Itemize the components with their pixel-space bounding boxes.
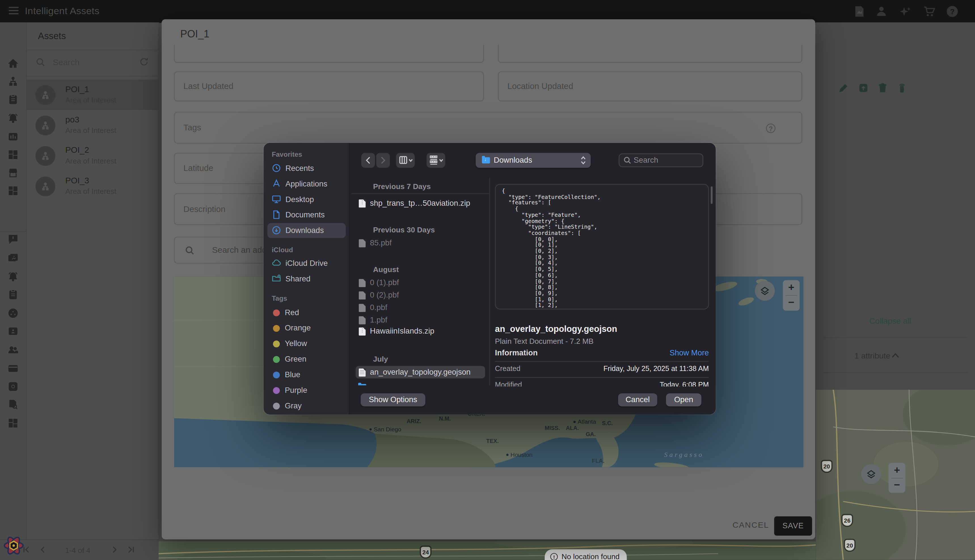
refresh-icon[interactable] [139, 57, 149, 67]
asset-item-poi1[interactable]: POI_1 Area of Interest [27, 80, 159, 110]
asset-item-po3[interactable]: po3 Area of Interest [27, 110, 159, 140]
hierarchy-icon[interactable] [8, 77, 18, 87]
route-shield: 20 [821, 460, 833, 473]
widgets-icon[interactable] [8, 186, 18, 196]
dialog-search-placeholder: Search [634, 156, 658, 165]
route-shield: 26 [841, 514, 853, 527]
home-icon[interactable] [8, 58, 18, 68]
prev-page-icon[interactable] [38, 545, 47, 554]
location-updated-field[interactable]: Location Updated [498, 72, 802, 101]
tag-green[interactable]: Green [267, 352, 346, 367]
sidebar-item-icloud-drive[interactable]: iCloud Drive [267, 256, 346, 271]
zoom-out-button[interactable]: − [783, 296, 800, 311]
tags-field[interactable]: Tags ? [174, 112, 802, 144]
map-file-icon[interactable] [853, 6, 865, 18]
next-page-icon[interactable] [110, 545, 119, 554]
tag-blue[interactable]: Blue [267, 367, 346, 382]
sidebar-item-applications[interactable]: Applications [267, 177, 346, 192]
zoom-out-button[interactable]: − [888, 478, 905, 493]
tag-orange[interactable]: Orange [267, 320, 346, 335]
sidebar-item-downloads[interactable]: Downloads [267, 223, 346, 238]
alarm-bell-icon[interactable] [8, 113, 18, 123]
cart-icon[interactable] [923, 6, 935, 18]
chevron-up-icon[interactable] [892, 352, 899, 358]
tag-purple[interactable]: Purple [267, 383, 346, 398]
collapse-all-link[interactable]: Collapse all [869, 316, 911, 326]
dialog-search-field[interactable]: Search [619, 153, 703, 167]
archive-upload-icon[interactable] [859, 83, 868, 93]
last-page-icon[interactable] [127, 545, 135, 554]
favorites-label: Favorites [272, 150, 302, 158]
preview-scrollbar[interactable] [711, 187, 713, 204]
file-row-geojson-selected[interactable]: an_overlay_topology.geojson [356, 366, 485, 378]
sidebar-item-documents[interactable]: Documents [267, 207, 346, 222]
zoom-in-button[interactable]: + [783, 280, 800, 295]
tag-gray[interactable]: Gray [267, 398, 346, 413]
assets-panel: Assets Search POI_1 Area of Interest po3… [27, 22, 159, 539]
dashboard-icon[interactable] [8, 150, 18, 160]
sparkle-icon[interactable] [898, 6, 912, 18]
user-icon[interactable] [875, 6, 887, 18]
notifications-icon[interactable] [8, 272, 18, 282]
clipboard-icon[interactable] [8, 94, 18, 104]
feedback-icon[interactable] [8, 234, 18, 244]
modified-value: Today, 6:08 PM [659, 381, 709, 387]
asset-item-poi3[interactable]: POI_3 Area of Interest [27, 171, 159, 201]
map-label: FLA. [592, 458, 604, 464]
save-button[interactable]: SAVE [774, 517, 812, 536]
zoom-in-button[interactable]: + [888, 463, 905, 478]
show-options-button[interactable]: Show Options [361, 393, 426, 407]
asset-name: po3 [65, 115, 79, 124]
audit-log-icon[interactable] [8, 400, 18, 410]
layers-button[interactable] [755, 281, 775, 301]
last-updated-field[interactable]: Last Updated [174, 72, 484, 101]
right-map[interactable]: 20 26 20 +− [816, 390, 975, 560]
map-layers-icon[interactable] [8, 253, 18, 263]
column-view-button[interactable] [396, 153, 415, 168]
folder-icon [482, 157, 490, 163]
sensor-icon[interactable] [897, 83, 907, 93]
settings-icon[interactable] [8, 382, 18, 392]
menu-icon[interactable] [9, 7, 19, 15]
billing-icon[interactable] [8, 363, 18, 373]
assets-search[interactable]: Search [27, 50, 159, 76]
file-row-hawaii-zip[interactable]: HawaiinIslands.zip [356, 325, 485, 338]
chart-icon[interactable] [8, 132, 18, 142]
bottom-map-strip[interactable]: 24 [159, 541, 816, 560]
file-row-0-pbf: 0.pbf [356, 301, 485, 314]
cancel-button[interactable]: CANCEL [733, 520, 769, 529]
show-more-link[interactable]: Show More [669, 348, 709, 357]
sidebar-item-desktop[interactable]: Desktop [267, 192, 346, 207]
file-icon [359, 239, 366, 247]
group-view-button[interactable] [427, 153, 445, 168]
dialog-open-button[interactable]: Open [666, 393, 701, 407]
forward-button[interactable] [376, 153, 390, 168]
store-icon[interactable] [8, 168, 18, 178]
asset-item-poi2[interactable]: POI_2 Area of Interest [27, 140, 159, 171]
apps-icon[interactable] [8, 418, 18, 428]
contact-card-icon[interactable] [8, 326, 18, 336]
tags-help-icon[interactable]: ? [766, 123, 775, 133]
layers-button[interactable] [861, 464, 881, 484]
location-dropdown[interactable]: Downloads [476, 153, 591, 168]
app-title: Intelligent Assets [25, 6, 100, 17]
delete-icon[interactable] [878, 83, 887, 93]
tag-red[interactable]: Red [267, 305, 346, 320]
dialog-cancel-button[interactable]: Cancel [618, 393, 657, 407]
edit-icon[interactable] [839, 83, 848, 93]
file-row-aviation-zip[interactable]: shp_trans_tp…50aviation.zip [356, 197, 485, 210]
tasks-icon[interactable] [8, 290, 18, 300]
back-button[interactable] [361, 153, 375, 168]
tag-yellow[interactable]: Yellow [267, 336, 346, 351]
zoom-control[interactable]: +− [783, 280, 800, 311]
sidebar-item-recents[interactable]: Recents [267, 161, 346, 176]
zoom-control[interactable]: +− [888, 463, 905, 493]
desktop-icon [272, 194, 281, 204]
people-icon[interactable] [8, 345, 18, 355]
downloads-icon [272, 226, 281, 235]
file-row-clipped[interactable] [356, 381, 485, 385]
help-icon[interactable]: ? [947, 6, 958, 18]
sidebar-item-shared[interactable]: Shared [267, 272, 346, 287]
map-city-label: Atlanta [578, 418, 596, 425]
groups-icon[interactable] [8, 308, 18, 318]
